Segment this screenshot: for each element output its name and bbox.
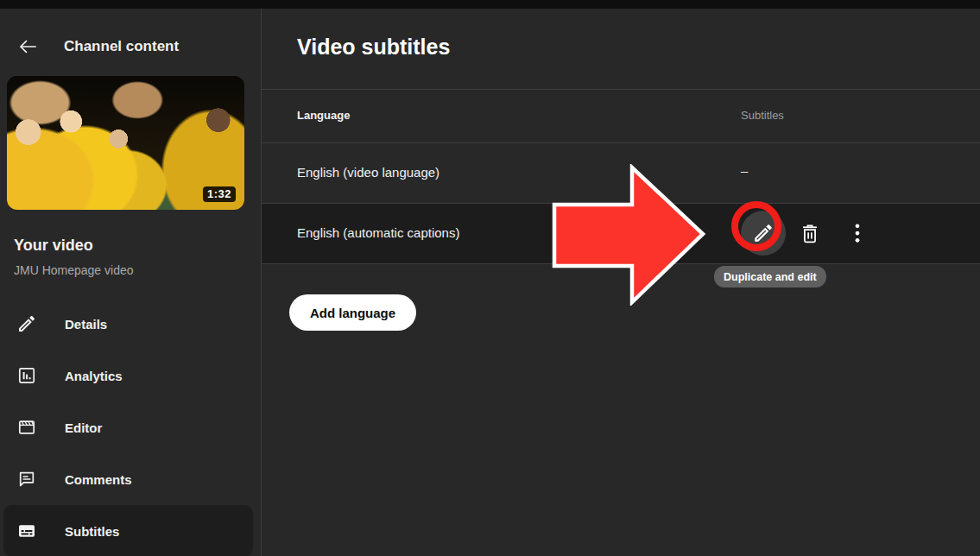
column-header-language: Language: [297, 109, 350, 122]
sidebar: Channel content 1:32 Your video JMU Home…: [0, 9, 261, 556]
sidebar-item-label: Comments: [65, 472, 132, 487]
comment-icon: [16, 469, 37, 490]
video-duration-badge: 1:32: [203, 186, 236, 202]
trash-icon: [798, 221, 822, 245]
bar-chart-icon: [16, 365, 37, 386]
column-header-subtitles: Subtitles: [741, 109, 784, 122]
back-button[interactable]: [16, 35, 40, 59]
sidebar-item-label: Details: [65, 317, 107, 332]
clapperboard-icon: [16, 417, 37, 438]
sidebar-title: Channel content: [64, 38, 179, 55]
pencil-icon: [752, 222, 775, 244]
sidebar-item-analytics[interactable]: Analytics: [0, 350, 261, 401]
sidebar-item-subtitles[interactable]: Subtitles: [3, 505, 253, 556]
arrow-left-icon: [16, 35, 39, 58]
add-language-button[interactable]: Add language: [289, 294, 416, 331]
video-thumbnail[interactable]: 1:32: [7, 76, 244, 210]
sidebar-item-label: Editor: [65, 420, 102, 435]
kebab-menu-icon: [844, 220, 870, 246]
divider: [262, 89, 980, 90]
sidebar-divider: [261, 9, 262, 556]
more-options-button[interactable]: [844, 219, 871, 247]
sidebar-item-label: Subtitles: [65, 524, 119, 539]
sidebar-item-editor[interactable]: Editor: [0, 401, 261, 453]
sidebar-header: Channel content: [0, 26, 179, 67]
sidebar-item-label: Analytics: [65, 369, 123, 383]
video-card-title: Your video: [14, 237, 93, 255]
sidebar-item-details[interactable]: Details: [0, 298, 261, 350]
table-row-language[interactable]: English (automatic captions): [297, 225, 459, 240]
tooltip: Duplicate and edit: [714, 266, 826, 287]
youtube-studio-subtitles-page: Channel content 1:32 Your video JMU Home…: [0, 0, 980, 556]
table-row-subtitles-value: –: [741, 163, 748, 178]
page-title: Video subtitles: [297, 35, 450, 60]
delete-button[interactable]: [796, 219, 824, 247]
divider: [262, 142, 980, 143]
window-top-strip: [0, 0, 980, 9]
divider: [262, 263, 980, 264]
duplicate-and-edit-button[interactable]: [741, 211, 786, 256]
sidebar-item-comments[interactable]: Comments: [0, 453, 261, 505]
table-row-language[interactable]: English (video language): [297, 165, 439, 180]
subtitles-icon: [16, 521, 37, 541]
pencil-icon: [16, 313, 37, 334]
sidebar-menu: Details Analytics Editor: [0, 298, 261, 556]
video-card-subtitle: JMU Homepage video: [14, 263, 134, 277]
